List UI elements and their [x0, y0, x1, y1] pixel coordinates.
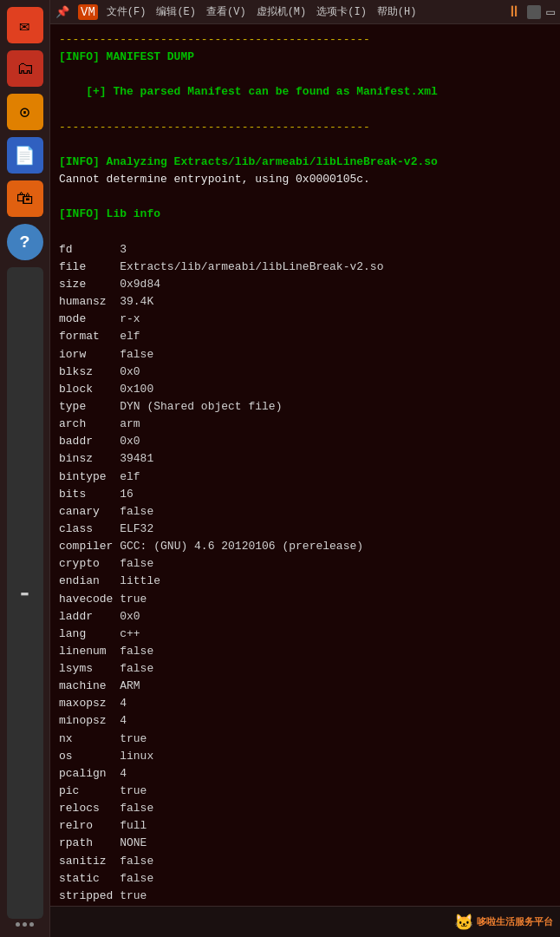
- doc-icon: 📄: [14, 145, 36, 167]
- blank-line-4: [59, 188, 551, 206]
- lib-data-row: crypto false: [59, 555, 551, 573]
- topbar: 📌 VM 文件(F) 编辑(E) 查看(V) 虚拟机(M) 选项卡(I) 帮助(…: [50, 0, 560, 24]
- taskbar-logo-icon: 🐱: [454, 913, 473, 932]
- sidebar-icon-store[interactable]: 🛍: [7, 180, 43, 217]
- lib-data-row: relocs false: [59, 800, 551, 817]
- lib-data-row: stripped true: [59, 888, 551, 905]
- lib-data-row: file Extracts/lib/armeabi/libLineBreak-v…: [59, 259, 551, 276]
- menu-vm[interactable]: 虚拟机(M): [257, 4, 307, 19]
- blank-line-5: [59, 224, 551, 241]
- help-icon: ?: [19, 233, 29, 252]
- lib-data-row: humansz 39.4K: [59, 293, 551, 311]
- sidebar-bottom: [16, 922, 34, 930]
- lib-data-row: compiler GCC: (GNU) 4.6 20120106 (prerel…: [59, 538, 551, 555]
- lib-data-row: machine ARM: [59, 678, 551, 695]
- sidebar-dots: [16, 922, 34, 927]
- lib-data-row: pcalign 4: [59, 765, 551, 783]
- lib-data-row: block 0x100: [59, 381, 551, 398]
- lib-data-row: relro full: [59, 817, 551, 835]
- menu-file[interactable]: 文件(F): [107, 4, 147, 19]
- sidebar-icon-files[interactable]: 🗂: [7, 50, 43, 87]
- store-icon: 🛍: [16, 188, 34, 209]
- sidebar: ✉ 🗂 ⊙ 📄 🛍 ? ▬: [0, 0, 50, 937]
- lib-data-row: sanitiz false: [59, 853, 551, 870]
- files-icon: 🗂: [16, 58, 34, 79]
- lib-data-row: minopsz 4: [59, 712, 551, 730]
- lib-data-row: nx true: [59, 731, 551, 748]
- lib-data-row: bits 16: [59, 486, 551, 503]
- lib-data-row: maxopsz 4: [59, 695, 551, 712]
- lib-data-row: canary false: [59, 503, 551, 521]
- sidebar-icon-help[interactable]: ?: [7, 224, 43, 260]
- mail-icon: ✉: [19, 15, 29, 36]
- info-manifest-line: [INFO] MANIFEST DUMP: [59, 49, 551, 66]
- lib-data-row: baddr 0x0: [59, 433, 551, 450]
- topbar-menu: 文件(F) 编辑(E) 查看(V) 虚拟机(M) 选项卡(I) 帮助(H): [107, 4, 417, 19]
- info-analyzing-line: [INFO] Analyzing Extracts/lib/armeabi/li…: [59, 154, 551, 171]
- lib-data-row: format elf: [59, 328, 551, 345]
- sidebar-icon-mail[interactable]: ✉: [7, 7, 43, 43]
- lib-data-row: arch arm: [59, 416, 551, 433]
- lib-data-row: bintype elf: [59, 468, 551, 486]
- lib-data-container: fd 3file Extracts/lib/armeabi/libLineBre…: [59, 241, 551, 906]
- terminal-icon: ▬: [21, 584, 28, 603]
- blank-line-2: [59, 102, 551, 119]
- lib-data-row: havecode true: [59, 591, 551, 608]
- dot-3: [29, 922, 34, 927]
- lib-data-row: lsyms false: [59, 660, 551, 678]
- taskbar: 🐱 哆啦生活服务平台: [50, 906, 560, 937]
- blank-line-3: [59, 136, 551, 154]
- sidebar-icon-disk[interactable]: ⊙: [7, 94, 43, 130]
- lib-data-row: os linux: [59, 748, 551, 765]
- cannot-determine-line: Cannot determine entrypoint, using 0x000…: [59, 171, 551, 188]
- lib-data-row: class ELF32: [59, 521, 551, 538]
- topbar-controls: ⏸ ▭: [506, 3, 555, 21]
- lib-data-row: mode r-x: [59, 311, 551, 328]
- separator-line-1: ----------------------------------------…: [59, 31, 551, 49]
- lib-data-row: type DYN (Shared object file): [59, 398, 551, 416]
- menu-view[interactable]: 查看(V): [206, 4, 246, 19]
- sidebar-icon-terminal[interactable]: ▬: [7, 267, 43, 919]
- taskbar-logo: 🐱 哆啦生活服务平台: [454, 913, 553, 932]
- lib-data-row: blksz 0x0: [59, 364, 551, 381]
- pause-icon[interactable]: ⏸: [506, 3, 522, 21]
- disk-icon: ⊙: [19, 102, 29, 123]
- dot-2: [23, 922, 27, 927]
- topbar-square-icon[interactable]: ▭: [546, 3, 555, 21]
- lib-data-row: binsz 39481: [59, 450, 551, 468]
- dot-1: [16, 922, 20, 927]
- lib-data-row: linenum false: [59, 643, 551, 660]
- lib-data-row: rpath NONE: [59, 835, 551, 852]
- menu-tabs[interactable]: 选项卡(I): [316, 4, 367, 19]
- manifest-found-line: [+] The parsed Manifest can be found as …: [59, 83, 551, 101]
- terminal[interactable]: ----------------------------------------…: [50, 24, 560, 906]
- menu-edit[interactable]: 编辑(E): [156, 4, 196, 19]
- lib-data-row: pic true: [59, 783, 551, 800]
- lib-data-row: endian little: [59, 573, 551, 590]
- topbar-vm-icon[interactable]: VM: [78, 4, 98, 20]
- menu-help[interactable]: 帮助(H): [377, 4, 417, 19]
- lib-data-row: iorw false: [59, 346, 551, 364]
- taskbar-logo-text: 哆啦生活服务平台: [477, 915, 553, 928]
- topbar-btn-1[interactable]: [527, 5, 541, 19]
- topbar-pin-icon[interactable]: 📌: [55, 5, 69, 19]
- blank-line-1: [59, 66, 551, 83]
- lib-data-row: static false: [59, 870, 551, 888]
- lib-data-row: fd 3: [59, 241, 551, 259]
- sidebar-icon-doc[interactable]: 📄: [7, 137, 43, 174]
- lib-data-row: lang c++: [59, 626, 551, 643]
- main-area: 📌 VM 文件(F) 编辑(E) 查看(V) 虚拟机(M) 选项卡(I) 帮助(…: [50, 0, 560, 937]
- separator-line-2: ----------------------------------------…: [59, 119, 551, 136]
- info-lib-line: [INFO] Lib info: [59, 206, 551, 223]
- lib-data-row: laddr 0x0: [59, 608, 551, 626]
- lib-data-row: size 0x9d84: [59, 276, 551, 293]
